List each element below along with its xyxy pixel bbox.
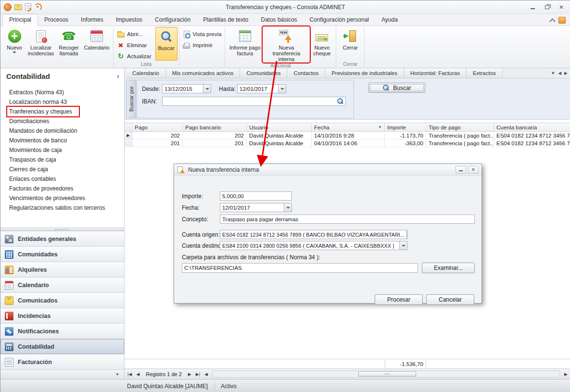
- nueva-transferencia-interna-button[interactable]: N34 Nueva transferecia interna: [263, 27, 309, 62]
- grid-row-1[interactable]: ▶ 202 202 David Quintas Alcalde 14/10/20…: [125, 132, 570, 139]
- note-icon[interactable]: [25, 3, 31, 11]
- recoger-llamada-button[interactable]: ☎ Recoger llamada: [56, 27, 82, 61]
- dialog-titlebar[interactable]: Nueva transferencia interna ✕: [174, 164, 481, 176]
- doc-tab-comunicados-activos[interactable]: Mis comunicados activos: [166, 68, 241, 78]
- signal-icon[interactable]: [34, 3, 41, 10]
- iban-input[interactable]: [162, 97, 346, 106]
- cuenta-destino-combo[interactable]: ES84 2100 0314 2800 0256 9856 ( CAIXABAN…: [220, 241, 407, 250]
- tab-scroll-left-icon[interactable]: ◀: [558, 71, 561, 76]
- sidebar-item-cierres[interactable]: Cierres de caja: [0, 164, 124, 174]
- nav-facturacion[interactable]: Facturación: [0, 354, 124, 369]
- hasta-date-input[interactable]: 12/01/2017: [237, 84, 286, 93]
- ribbon-tab-impuestos[interactable]: Impuestos: [110, 14, 149, 25]
- vista-previa-button[interactable]: Vista previa: [181, 30, 224, 38]
- sidebar-item-vencimientos[interactable]: Vencimientos de proveedores: [0, 193, 124, 203]
- ribbon-tab-datos-basicos[interactable]: Datos básicos: [254, 14, 303, 25]
- nuevo-button[interactable]: Nuevo: [3, 27, 26, 61]
- imprimir-button[interactable]: Imprimir: [181, 41, 224, 50]
- fecha-input[interactable]: 12/01/2017: [220, 203, 292, 212]
- ribbon-tab-principal[interactable]: Principal: [2, 14, 38, 26]
- col-header-pago[interactable]: Pago: [132, 123, 183, 131]
- sidebar-item-mov-banco[interactable]: Movimientos de banco: [0, 136, 124, 145]
- sidebar-item-regularizaciones[interactable]: Regularizaciones saldos con terceros: [0, 203, 124, 213]
- doc-tab-calendario[interactable]: Calendario: [126, 68, 166, 78]
- sidebar-item-transferencias[interactable]: Tranferencias y cheques: [0, 107, 124, 116]
- sidebar-overflow-strip[interactable]: ▼: [0, 369, 124, 379]
- ribbon-tab-plantillas[interactable]: Plantillas de texto: [197, 14, 254, 25]
- cuenta-origen-combo[interactable]: ES04 0182 1234 8712 3456 7899 ( BANCO BI…: [220, 230, 407, 239]
- tab-scroll-right-icon[interactable]: ▶: [564, 71, 568, 76]
- iban-search-icon[interactable]: [337, 98, 344, 105]
- mail-icon[interactable]: [14, 4, 22, 10]
- buscar-por-vertical-tab[interactable]: Buscar por: [126, 80, 136, 118]
- first-record-icon[interactable]: |◀: [126, 371, 133, 377]
- ribbon-tab-ayuda[interactable]: Ayuda: [375, 14, 404, 25]
- cerrar-button[interactable]: Cerrar: [338, 27, 363, 61]
- collapse-ribbon-icon[interactable]: [549, 18, 556, 25]
- doc-tab-extractos[interactable]: Extractos: [467, 68, 503, 78]
- nav-comunicados[interactable]: Comunicados: [0, 292, 124, 308]
- nav-incidencias[interactable]: Incidencias: [0, 308, 124, 323]
- prev-record-icon[interactable]: ◀: [135, 371, 141, 377]
- procesar-button[interactable]: Procesar: [375, 294, 423, 305]
- nav-contabilidad[interactable]: Contabilidad: [0, 339, 124, 354]
- scrollbar-thumb[interactable]: [358, 371, 416, 377]
- scroll-right-icon[interactable]: ▶: [563, 371, 569, 377]
- col-header-cuenta-bancaria[interactable]: Cuenta bancaria: [494, 123, 570, 131]
- cuenta-origen-dropdown-icon[interactable]: [406, 230, 407, 239]
- nav-comunidades[interactable]: Comunidades: [0, 246, 124, 262]
- help-icon[interactable]: [558, 17, 566, 24]
- importe-input[interactable]: 5.000,00: [220, 191, 292, 201]
- dialog-close-button[interactable]: ✕: [468, 166, 479, 174]
- dialog-minimize-button[interactable]: [456, 166, 466, 174]
- buscar-button[interactable]: Buscar: [368, 83, 425, 93]
- sidebar-item-localizacion[interactable]: Localización norma 43: [0, 97, 124, 107]
- doc-tab-contactos[interactable]: Contactos: [287, 68, 325, 78]
- next-record-icon[interactable]: ▶: [187, 371, 193, 377]
- ribbon-tab-configuracion[interactable]: Configuración: [149, 14, 197, 25]
- doc-tab-comunidades[interactable]: Comunidades: [240, 68, 287, 78]
- sidebar-collapse-icon[interactable]: ‹: [117, 72, 119, 80]
- buscar-ribbon-button[interactable]: Buscar: [155, 27, 177, 61]
- app-icon[interactable]: [4, 3, 12, 11]
- col-header-usuario[interactable]: Usuario: [247, 123, 312, 131]
- cancelar-button[interactable]: Cancelar: [426, 294, 474, 305]
- sidebar-splitter[interactable]: [0, 228, 124, 231]
- calendario-button[interactable]: Calendario: [82, 27, 112, 61]
- ribbon-tab-procesos[interactable]: Procesos: [38, 14, 75, 25]
- hasta-dropdown-icon[interactable]: [278, 85, 286, 93]
- last-record-icon[interactable]: ▶|: [194, 371, 202, 377]
- doc-tab-horizontal-facturas[interactable]: Horizontal: Facturas: [404, 68, 467, 78]
- nuevo-cheque-button[interactable]: Nuevo cheque: [309, 27, 334, 62]
- minimize-button[interactable]: [525, 2, 540, 12]
- examinar-button[interactable]: Examinar...: [422, 263, 475, 273]
- col-header-tipo-pago[interactable]: Tipo de pago: [426, 123, 494, 131]
- close-button[interactable]: ✕: [554, 2, 569, 12]
- concepto-input[interactable]: Traspaso para pagar derramas: [220, 215, 475, 224]
- sidebar-item-domiciliaciones[interactable]: Domiciliaciones: [0, 116, 124, 126]
- eliminar-button[interactable]: ✖ Eliminar: [115, 41, 153, 50]
- col-header-fecha[interactable]: Fecha▼: [312, 123, 385, 131]
- sidebar-item-extractos[interactable]: Extractos (Norma 43): [0, 88, 124, 97]
- grid-row-2[interactable]: 201 201 David Quintas Alcalde 04/10/2016…: [125, 139, 570, 147]
- horizontal-scrollbar[interactable]: [212, 370, 560, 378]
- informe-pago-factura-button[interactable]: Informe pago factura: [227, 27, 263, 62]
- scroll-left-icon[interactable]: ◀: [203, 371, 209, 377]
- doc-tab-previsiones[interactable]: Previsiones de industriales: [325, 68, 404, 78]
- col-header-importe[interactable]: Importe: [385, 123, 426, 131]
- sidebar-item-facturas-prov[interactable]: Facturas de proveedores: [0, 184, 124, 193]
- actualizar-button[interactable]: ↻ Actualizar: [115, 52, 153, 61]
- nav-calendario[interactable]: Calendario: [0, 277, 124, 292]
- cuenta-destino-dropdown-icon[interactable]: [399, 241, 407, 250]
- abrir-button[interactable]: Abrir...: [115, 30, 153, 38]
- sidebar-item-mandatos[interactable]: Mandatos de domiciliación: [0, 126, 124, 136]
- sidebar-item-mov-caja[interactable]: Movimientos de caja: [0, 145, 124, 155]
- carpeta-input[interactable]: C:\TRANSFERENCIAS: [182, 263, 418, 273]
- localizar-incidencias-button[interactable]: Localizar incidencias: [26, 27, 56, 61]
- nav-notificaciones[interactable]: Notificaciones: [0, 323, 124, 339]
- desde-dropdown-icon[interactable]: [203, 85, 211, 93]
- chevron-down-icon[interactable]: ▼: [115, 372, 119, 377]
- sidebar-item-enlaces[interactable]: Enlaces contables: [0, 174, 124, 184]
- col-header-pago-bancario[interactable]: Pago bancario: [183, 123, 247, 131]
- nav-alquileres[interactable]: Alquileres: [0, 262, 124, 277]
